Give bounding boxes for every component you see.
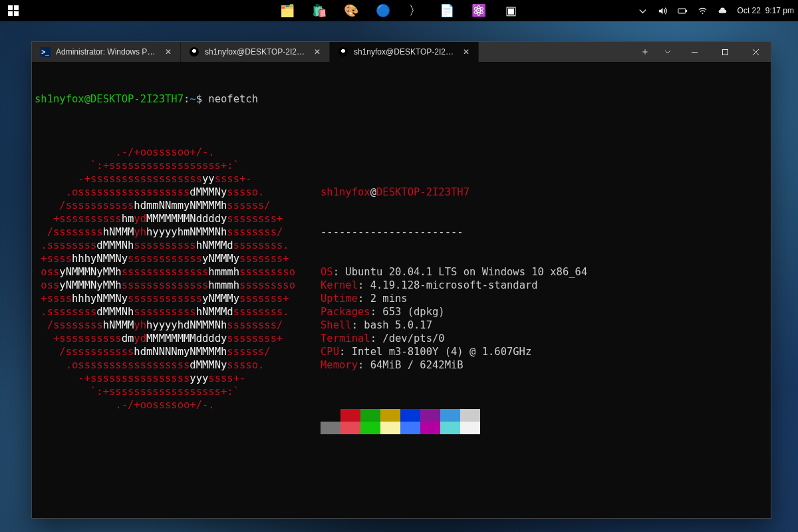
volume-icon[interactable] xyxy=(658,5,668,16)
tab-2[interactable]: sh1nyfox@DESKTOP-2I23TH7: ~✕ xyxy=(330,42,479,62)
wifi-icon[interactable] xyxy=(698,5,708,16)
logo-line: .-/+oossssoo+/-. xyxy=(35,398,321,412)
tab-label: Administrator: Windows PowerS xyxy=(56,47,158,57)
logo-line: -+ssssssssssssssssyyyssss+- xyxy=(35,372,321,385)
tab-close-icon[interactable]: ✕ xyxy=(163,47,174,57)
logo-line: .-/+oossssoo+/-. xyxy=(35,146,321,159)
powershell-icon[interactable]: 〉 xyxy=(399,0,431,21)
neofetch-info: sh1nyfox@DESKTOP-2I23TH7 ---------------… xyxy=(321,146,587,461)
swatch xyxy=(440,422,460,434)
logo-line: .ossssssssssssssssssdMMMNysssso. xyxy=(35,186,321,199)
logo-line: .ossssssssssssssssssdMMMNysssso. xyxy=(35,358,321,372)
prompt-cwd: ~ xyxy=(190,93,196,105)
logo-line: /sssssssshNMMMyhhyyyyhmNMMMNhssssssss/ xyxy=(35,225,321,239)
nf-cpu: CPU: Intel m3-8100Y (4) @ 1.607GHz xyxy=(321,345,587,358)
nf-user: sh1nyfox xyxy=(321,186,370,198)
svg-marker-4 xyxy=(659,7,663,13)
windows-terminal-icon[interactable]: ▣ xyxy=(495,0,527,21)
tab-close-icon[interactable]: ✕ xyxy=(312,47,323,57)
svg-rect-3 xyxy=(14,11,19,16)
color-swatches xyxy=(321,409,587,434)
swatch xyxy=(420,422,440,434)
tab-1[interactable]: sh1nyfox@DESKTOP-2I23TH7: /✕ xyxy=(181,42,330,62)
chrome-icon[interactable]: 🔵 xyxy=(367,0,399,21)
taskbar: 🗂️🛍️🎨🔵〉📄⚛️▣ Oct 22 9:17 pm xyxy=(0,0,798,21)
swatch xyxy=(400,422,420,434)
swatch xyxy=(460,409,480,422)
swatch xyxy=(460,422,480,434)
new-tab-button[interactable]: ＋ xyxy=(634,46,656,58)
chevron-down-icon[interactable] xyxy=(638,5,648,16)
window-controls xyxy=(679,42,771,62)
atom-icon[interactable]: ⚛️ xyxy=(463,0,495,21)
neofetch-logo: .-/+oossssoo+/-. `:+ssssssssssssssssss+:… xyxy=(35,146,321,461)
svg-rect-9 xyxy=(722,49,728,55)
logo-line: .ssssssssdMMMNhsssssssssshNMMMdssssssss. xyxy=(35,305,321,319)
maximize-button[interactable] xyxy=(710,42,740,62)
cloud-icon[interactable] xyxy=(718,5,728,16)
nf-host: DESKTOP-2I23TH7 xyxy=(376,186,469,198)
svg-point-7 xyxy=(702,13,704,14)
svg-rect-6 xyxy=(686,9,688,11)
logo-line: /sssssssshNMMMyhhyyyyhdNMMMNhssssssss/ xyxy=(35,319,321,332)
tux-icon xyxy=(338,47,348,57)
notepad-icon[interactable]: 📄 xyxy=(431,0,463,21)
nf-uptime: Uptime: 2 mins xyxy=(321,292,587,305)
logo-line: ossyNMMMNyMMhsssssssssssssshmmmhssssssss… xyxy=(35,265,321,279)
taskbar-clock[interactable]: Oct 22 9:17 pm xyxy=(737,6,794,15)
tux-icon xyxy=(189,47,200,57)
swatch xyxy=(400,409,420,422)
tab-label: sh1nyfox@DESKTOP-2I23TH7: / xyxy=(205,47,307,57)
taskbar-pinned-apps: 🗂️🛍️🎨🔵〉📄⚛️▣ xyxy=(271,0,527,21)
tab-dropdown-button[interactable] xyxy=(656,48,679,56)
swatch xyxy=(380,409,400,422)
prompt-user: sh1nyfox xyxy=(35,93,84,105)
prompt-host: DESKTOP-2I23TH7 xyxy=(90,93,184,105)
windows-terminal-window: >_Administrator: Windows PowerS✕sh1nyfox… xyxy=(31,41,771,519)
nf-kernel: Kernel: 4.19.128-microsoft-standard xyxy=(321,279,587,292)
swatch xyxy=(340,409,360,422)
logo-line: /ssssssssssshdmmNNmmyNMMMMhssssss/ xyxy=(35,199,321,212)
close-button[interactable] xyxy=(740,42,771,62)
microsoft-store-icon[interactable]: 🛍️ xyxy=(303,0,335,21)
tab-close-icon[interactable]: ✕ xyxy=(461,47,471,57)
nf-terminal: Terminal: /dev/pts/0 xyxy=(321,332,587,345)
swatch xyxy=(340,422,360,434)
nf-shell: Shell: bash 5.0.17 xyxy=(321,319,587,332)
svg-rect-5 xyxy=(678,9,686,13)
system-tray: Oct 22 9:17 pm xyxy=(638,0,794,21)
terminal-body[interactable]: sh1nyfox@DESKTOP-2I23TH7:~$ neofetch .-/… xyxy=(32,62,771,518)
tab-0[interactable]: >_Administrator: Windows PowerS✕ xyxy=(32,42,181,62)
logo-line: +sssshhhyNMMNyssssssssssssyNMMMysssssss+ xyxy=(35,292,321,305)
file-explorer-icon[interactable]: 🗂️ xyxy=(271,0,303,21)
taskbar-time: 9:17 pm xyxy=(765,6,794,15)
nf-memory: Memory: 64MiB / 6242MiB xyxy=(321,358,587,372)
swatch xyxy=(440,409,460,422)
logo-line: ossyNMMMNyMMhsssssssssssssshmmmhssssssss… xyxy=(35,279,321,292)
svg-rect-0 xyxy=(8,5,13,10)
logo-line: -+ssssssssssssssssssyyssss+- xyxy=(35,172,321,186)
logo-line: /ssssssssssshdmNNNNmyNMMMMhssssss/ xyxy=(35,345,321,358)
tab-label: sh1nyfox@DESKTOP-2I23TH7: ~ xyxy=(354,47,456,57)
swatch xyxy=(321,409,340,422)
titlebar[interactable]: >_Administrator: Windows PowerS✕sh1nyfox… xyxy=(32,42,771,62)
logo-line: +sssshhhyNMMNyssssssssssssyNMMMysssssss+ xyxy=(35,252,321,265)
prompt-line-1: sh1nyfox@DESKTOP-2I23TH7:~$ neofetch xyxy=(35,92,768,106)
battery-icon[interactable] xyxy=(678,5,688,16)
start-button[interactable] xyxy=(0,5,27,16)
nf-separator: ----------------------- xyxy=(321,225,587,239)
windows-logo-icon xyxy=(8,5,19,16)
powershell-icon: >_ xyxy=(40,47,51,57)
logo-line: +ssssssssssdmydMMMMMMMMddddyssssssss+ xyxy=(35,332,321,345)
minimize-button[interactable] xyxy=(679,42,710,62)
paint-icon[interactable]: 🎨 xyxy=(335,0,367,21)
swatch xyxy=(420,409,440,422)
svg-rect-2 xyxy=(8,11,13,16)
logo-line: `:+ssssssssssssssssss+:` xyxy=(35,159,321,172)
svg-rect-1 xyxy=(14,5,19,10)
tab-strip: >_Administrator: Windows PowerS✕sh1nyfox… xyxy=(32,42,634,62)
taskbar-date: Oct 22 xyxy=(737,6,761,15)
nf-os: OS: Ubuntu 20.04.1 LTS on Windows 10 x86… xyxy=(321,265,587,279)
nf-packages: Packages: 653 (dpkg) xyxy=(321,305,587,319)
prompt-command: neofetch xyxy=(208,93,258,105)
